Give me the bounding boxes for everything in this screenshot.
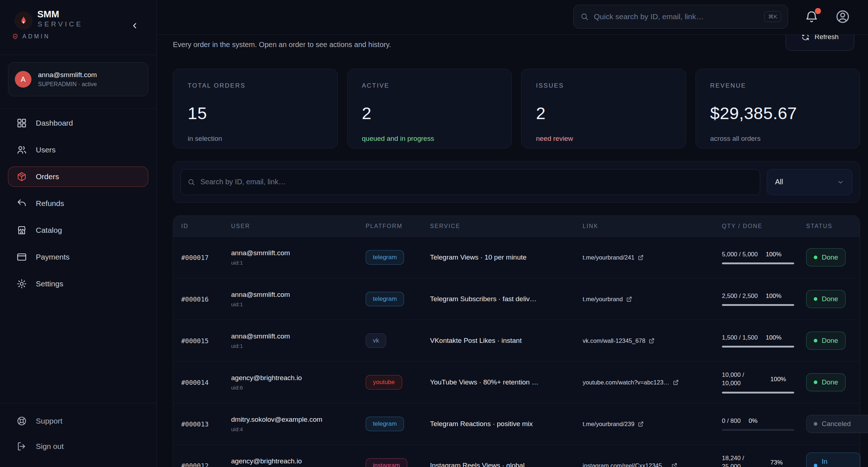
sidebar-collapse-button[interactable]: [129, 20, 141, 32]
order-platform: vk: [366, 333, 430, 348]
stat-value: 2: [362, 103, 497, 123]
sidebar-item-catalog[interactable]: Catalog: [8, 220, 148, 240]
stat-caption: in selection: [188, 135, 323, 143]
topbar: ⌘K: [157, 0, 868, 35]
order-link[interactable]: t.me/yourbrand: [583, 296, 722, 303]
qty-percent: 100%: [766, 334, 781, 341]
stat-value: 15: [188, 103, 323, 123]
sidebar-item-label: Payments: [36, 253, 69, 261]
order-link[interactable]: t.me/yourbrand/241: [583, 254, 722, 261]
qty-percent: 0%: [749, 417, 758, 425]
order-id: #000012: [181, 462, 231, 467]
order-link[interactable]: vk.com/wall-12345_678: [583, 337, 722, 344]
sidebar-footer-divider: [0, 403, 157, 403]
status-label: Done: [822, 295, 838, 303]
sidebar-item-refunds[interactable]: Refunds: [8, 193, 148, 214]
quick-search-input[interactable]: [594, 12, 759, 21]
sidebar-user-card[interactable]: A anna@smmlift.com SUPERADMIN · active: [8, 62, 148, 96]
order-id: #000014: [181, 379, 231, 386]
sidebar-item-support[interactable]: Support: [8, 411, 148, 431]
order-id: #000013: [181, 420, 231, 428]
account-menu-button[interactable]: [835, 9, 851, 25]
order-platform: telegram: [366, 417, 430, 431]
user-uid: uid:1: [231, 260, 366, 266]
stat-label: REVENUE: [710, 82, 846, 89]
order-platform: instagram: [366, 458, 430, 467]
order-user: anna@smmlift.comuid:1: [231, 249, 366, 266]
status-badge: Done: [806, 248, 846, 266]
sidebar-item-settings[interactable]: Settings: [8, 274, 148, 294]
table-row[interactable]: #000017anna@smmlift.comuid:1telegramTele…: [173, 237, 860, 278]
order-qty: 0 / 8000%: [722, 417, 806, 431]
status-badge: Done: [806, 332, 846, 350]
sidebar-item-label: Dashboard: [36, 119, 73, 127]
order-status: Canceled: [806, 415, 868, 433]
table-row[interactable]: #000013dmitry.sokolov@example.comuid:4te…: [173, 403, 860, 445]
brand-subname: SERVICE: [38, 20, 83, 28]
sidebar-item-label: Users: [36, 146, 56, 154]
link-text: t.me/yourbrand/239: [583, 421, 634, 428]
status-dot-icon: [814, 422, 817, 426]
order-link[interactable]: instagram.com/reel/Cxx12345…: [583, 462, 722, 467]
order-status: In progress: [806, 453, 860, 467]
app-root: SMM SERVICE ADMIN A anna@smmlift.com: [0, 0, 868, 467]
platform-badge: vk: [366, 333, 386, 348]
platform-badge: telegram: [366, 417, 404, 431]
table-row[interactable]: #000015anna@smmlift.comuid:1vkVKontakte …: [173, 320, 860, 362]
progress-bar: [722, 346, 794, 348]
user-email: anna@smmlift.com: [231, 332, 366, 340]
order-service: Telegram Views · 10 per minute: [430, 253, 583, 261]
stat-label: TOTAL ORDERS: [188, 82, 323, 89]
qty-done-text: 5,000 / 5,000: [722, 251, 758, 259]
external-link-icon: [671, 463, 677, 467]
table-row[interactable]: #000014agency@brightreach.iouid:6youtube…: [173, 362, 860, 403]
user-uid: uid:1: [231, 301, 366, 307]
sidebar-item-sign-out[interactable]: Sign out: [8, 436, 148, 457]
credit-card-icon: [16, 252, 27, 262]
sidebar-item-dashboard[interactable]: Dashboard: [8, 113, 148, 133]
order-qty: 1,500 / 1,500100%: [722, 334, 806, 348]
shield-check-icon: [12, 33, 18, 40]
order-link[interactable]: youtube.com/watch?v=abc123…: [583, 379, 722, 386]
order-link[interactable]: t.me/yourbrand/239: [583, 421, 722, 428]
order-qty: 10,000 / 10,000100%: [722, 371, 806, 394]
sidebar-item-label: Refunds: [36, 199, 64, 208]
table-row[interactable]: #000016anna@smmlift.comuid:1telegramTele…: [173, 278, 860, 320]
orders-search-box: [180, 169, 760, 195]
kbd-shortcut-badge: ⌘K: [764, 11, 781, 22]
notifications-button[interactable]: [804, 9, 820, 25]
order-user: dmitry.sokolov@example.comuid:4: [231, 416, 366, 432]
sidebar: SMM SERVICE ADMIN A anna@smmlift.com: [0, 0, 157, 467]
order-user: agency@brightreach.iouid:6: [231, 374, 366, 391]
column-header-link: LINK: [583, 223, 722, 230]
user-uid: uid:1: [231, 343, 366, 349]
order-service: Telegram Subscribers · fast deliv…: [430, 295, 583, 303]
stat-caption: need review: [536, 135, 671, 143]
status-label: Done: [822, 378, 838, 386]
order-user: anna@smmlift.comuid:1: [231, 332, 366, 349]
status-badge: Done: [806, 290, 846, 308]
qty-done-text: 10,000 / 10,000: [722, 371, 762, 388]
table-row[interactable]: #000012agency@brightreach.iouid:6instagr…: [173, 445, 860, 467]
user-email: dmitry.sokolov@example.com: [231, 416, 366, 424]
column-header-id: ID: [181, 223, 231, 230]
orders-search-input[interactable]: [200, 178, 753, 186]
progress-bar: [722, 392, 794, 394]
sidebar-item-label: Orders: [36, 172, 59, 181]
sidebar-item-orders[interactable]: Orders: [8, 167, 148, 187]
sidebar-item-payments[interactable]: Payments: [8, 247, 148, 267]
sidebar-item-label: Support: [36, 417, 63, 425]
platform-badge: instagram: [366, 458, 407, 467]
column-header-status: STATUS: [806, 223, 860, 230]
status-dot-icon: [814, 297, 817, 301]
sidebar-item-users[interactable]: Users: [8, 140, 148, 160]
status-filter-select[interactable]: All: [767, 169, 852, 195]
column-header-user: USER: [231, 223, 366, 230]
external-link-icon: [673, 379, 679, 386]
qty-percent: 100%: [766, 251, 781, 258]
avatar: A: [15, 71, 31, 88]
status-badge: In progress: [806, 453, 860, 467]
orders-table: IDUSERPLATFORMSERVICELINKQTY / DONESTATU…: [173, 215, 860, 467]
sidebar-footer: SupportSign out: [8, 411, 148, 457]
progress-bar: [722, 304, 794, 306]
